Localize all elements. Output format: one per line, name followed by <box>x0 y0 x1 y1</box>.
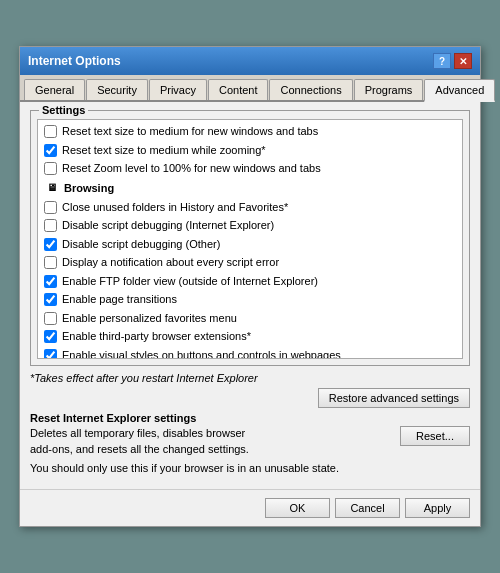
item-label: Enable third-party browser extensions* <box>62 328 251 345</box>
title-bar: Internet Options ? ✕ <box>20 47 480 75</box>
list-item: Display a notification about every scrip… <box>40 253 460 272</box>
bottom-button-bar: OK Cancel Apply <box>20 489 480 526</box>
restore-advanced-button[interactable]: Restore advanced settings <box>318 388 470 408</box>
list-item: Reset Zoom level to 100% for new windows… <box>40 159 460 178</box>
title-bar-controls: ? ✕ <box>433 53 472 69</box>
reset-description: Deletes all temporary files, disables br… <box>30 426 390 457</box>
restart-note: *Takes effect after you restart Internet… <box>30 372 470 384</box>
apply-button[interactable]: Apply <box>405 498 470 518</box>
tab-general[interactable]: General <box>24 79 85 100</box>
checkbox-disable-script-other[interactable] <box>44 238 57 251</box>
checkbox-visual-styles[interactable] <box>44 349 57 360</box>
cancel-button[interactable]: Cancel <box>335 498 400 518</box>
list-item: Enable page transitions <box>40 290 460 309</box>
list-item: Enable FTP folder view (outside of Inter… <box>40 272 460 291</box>
section-label: Browsing <box>64 182 114 194</box>
tab-content[interactable]: Content <box>208 79 269 100</box>
checkbox-close-unused[interactable] <box>44 201 57 214</box>
internet-options-window: Internet Options ? ✕ General Security Pr… <box>19 46 481 526</box>
checkbox-notification-script[interactable] <box>44 256 57 269</box>
tab-privacy[interactable]: Privacy <box>149 79 207 100</box>
item-label: Reset text size to medium while zooming* <box>62 142 266 159</box>
reset-desc-line1: Deletes all temporary files, disables br… <box>30 426 390 441</box>
checkbox-reset-text-size-zooming[interactable] <box>44 144 57 157</box>
item-label: Reset text size to medium for new window… <box>62 123 318 140</box>
window-title: Internet Options <box>28 54 121 68</box>
list-item: Enable personalized favorites menu <box>40 309 460 328</box>
reset-section-title: Reset Internet Explorer settings <box>30 412 470 424</box>
tab-programs[interactable]: Programs <box>354 79 424 100</box>
item-label: Reset Zoom level to 100% for new windows… <box>62 160 321 177</box>
item-label: Enable page transitions <box>62 291 177 308</box>
list-item: Enable third-party browser extensions* <box>40 327 460 346</box>
section-browsing: 🖥 Browsing <box>40 178 460 198</box>
item-label: Enable visual styles on buttons and cont… <box>62 347 341 360</box>
tab-advanced[interactable]: Advanced <box>424 79 495 102</box>
checkbox-third-party[interactable] <box>44 330 57 343</box>
settings-list-container[interactable]: Reset text size to medium for new window… <box>37 119 463 359</box>
list-item: Disable script debugging (Internet Explo… <box>40 216 460 235</box>
browsing-icon: 🖥 <box>44 180 60 196</box>
warning-text: You should only use this if your browser… <box>30 461 470 476</box>
help-button[interactable]: ? <box>433 53 451 69</box>
settings-group: Settings Reset text size to medium for n… <box>30 110 470 366</box>
settings-list: Reset text size to medium for new window… <box>38 120 462 359</box>
list-item: Close unused folders in History and Favo… <box>40 198 460 217</box>
item-label: Disable script debugging (Other) <box>62 236 220 253</box>
checkbox-personalized-favorites[interactable] <box>44 312 57 325</box>
reset-desc-line2: add-ons, and resets all the changed sett… <box>30 442 390 457</box>
checkbox-page-transitions[interactable] <box>44 293 57 306</box>
item-label: Close unused folders in History and Favo… <box>62 199 288 216</box>
settings-group-label: Settings <box>39 104 88 116</box>
list-item: Reset text size to medium while zooming* <box>40 141 460 160</box>
item-label: Display a notification about every scrip… <box>62 254 279 271</box>
tab-content-area: Settings Reset text size to medium for n… <box>20 102 480 488</box>
reset-button[interactable]: Reset... <box>400 426 470 446</box>
checkbox-reset-zoom[interactable] <box>44 162 57 175</box>
ok-button[interactable]: OK <box>265 498 330 518</box>
item-label: Enable personalized favorites menu <box>62 310 237 327</box>
restore-btn-row: Restore advanced settings <box>30 388 470 408</box>
checkbox-reset-text-size-new[interactable] <box>44 125 57 138</box>
tab-bar: General Security Privacy Content Connect… <box>20 75 480 102</box>
checkbox-ftp-folder[interactable] <box>44 275 57 288</box>
item-label: Enable FTP folder view (outside of Inter… <box>62 273 318 290</box>
list-item: Reset text size to medium for new window… <box>40 122 460 141</box>
reset-row: Deletes all temporary files, disables br… <box>30 426 470 457</box>
reset-section: Reset Internet Explorer settings Deletes… <box>30 412 470 476</box>
list-item: Disable script debugging (Other) <box>40 235 460 254</box>
list-item: Enable visual styles on buttons and cont… <box>40 346 460 360</box>
tab-security[interactable]: Security <box>86 79 148 100</box>
close-button[interactable]: ✕ <box>454 53 472 69</box>
checkbox-disable-script-ie[interactable] <box>44 219 57 232</box>
tab-connections[interactable]: Connections <box>269 79 352 100</box>
item-label: Disable script debugging (Internet Explo… <box>62 217 274 234</box>
